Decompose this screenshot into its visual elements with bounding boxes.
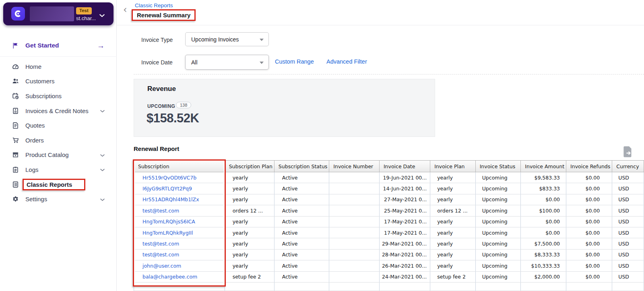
sidebar-item-customers[interactable]: Customers <box>0 74 117 89</box>
breadcrumb[interactable]: Classic Reports <box>135 2 173 8</box>
export-icon[interactable] <box>622 146 633 158</box>
subscription-link[interactable]: HngTomLRQhjsS6ICA <box>142 219 195 225</box>
cell-invoice-refunds: $0.00 <box>566 183 612 194</box>
cell-subscription-plan: orders 12 ... <box>225 205 274 216</box>
sidebar-item-label: Logs <box>25 166 39 173</box>
cell-subscription-plan: yearly <box>225 227 274 238</box>
revenue-count-badge: 138 <box>176 102 191 108</box>
cell-invoice-refunds: $0.00 <box>566 172 612 183</box>
workspace-switcher[interactable]: Test st.char... <box>3 2 114 25</box>
invoice-type-select[interactable]: Upcoming Invoices <box>185 32 269 46</box>
cell-invoice-date: 17-May-2021 0... <box>379 216 430 227</box>
cell-subscription: Hr5519rQvODt6VC7b <box>134 172 225 183</box>
cell-subscription: I6JyG9sRTLQYt2Pq9 <box>134 183 225 194</box>
reports-icon <box>12 181 19 188</box>
column-header-invoice-status[interactable]: Invoice Status <box>475 161 521 172</box>
cell-subscription: test@test.com <box>134 249 225 260</box>
subscription-link[interactable]: bala@chargebee.com <box>142 274 197 280</box>
column-header-invoice-amount[interactable]: Invoice Amount <box>521 161 566 172</box>
cell-invoice-plan: yearly <box>430 238 475 249</box>
cell-invoice-status: Upcoming <box>475 205 521 216</box>
app-root: Test st.char... Get Started → Home Custo… <box>0 0 644 291</box>
sidebar-item-home[interactable]: Home <box>0 59 117 74</box>
cell-invoice-refunds: $0.00 <box>566 249 612 260</box>
cell-subscription-status: Active <box>274 238 329 249</box>
custom-range-link[interactable]: Custom Range <box>275 58 314 65</box>
sidebar-item-label: Quotes <box>25 122 45 129</box>
cell-subscription: HngTomLRQhjsS6ICA <box>134 216 225 227</box>
column-header-invoice-refunds[interactable]: Invoice Refunds <box>566 161 612 172</box>
cell-invoice-amount: $833.33 <box>521 183 566 194</box>
cell-invoice-plan: yearly <box>430 194 475 205</box>
cell-invoice-amount: $0.00 <box>521 227 566 238</box>
column-header-subscription[interactable]: Subscription <box>134 161 225 172</box>
cell-subscription-status: Active <box>274 260 329 271</box>
sidebar-item-quotes[interactable]: Quotes <box>0 118 117 133</box>
sidebar-item-classic-reports[interactable]: Classic Reports <box>0 177 117 192</box>
cell-invoice-date: 26-Mar-2021 00... <box>379 260 430 271</box>
table-row: HngTomLRQhkRygIIlyearlyActive17-May-2021… <box>134 227 644 238</box>
sidebar-item-label: Orders <box>25 137 44 144</box>
back-chevron-icon[interactable]: ‹ <box>123 5 127 14</box>
cell-invoice-plan: yearly <box>430 172 475 183</box>
column-header-currency[interactable]: Currency <box>612 161 644 172</box>
revenue-upcoming-label: UPCOMING <box>147 103 175 109</box>
sidebar-item-settings[interactable]: Settings <box>0 192 117 206</box>
sidebar-item-get-started[interactable]: Get Started → <box>0 39 117 52</box>
cell-invoice-status: Upcoming <box>475 194 521 205</box>
customers-icon <box>12 78 19 85</box>
subscription-link[interactable]: test@test.com <box>142 252 179 258</box>
sidebar-item-subscriptions[interactable]: Subscriptions <box>0 89 117 103</box>
advanced-filter-link[interactable]: Advanced Filter <box>326 58 367 65</box>
cell-subscription-plan: yearly <box>225 216 274 227</box>
column-header-invoice-date[interactable]: Invoice Date <box>379 161 430 172</box>
sidebar-item-orders[interactable]: Orders <box>0 133 117 148</box>
table-row: Hr5519rQvODt6VC7byearlyActive19-Jun-2021… <box>134 172 644 183</box>
caret-down-icon <box>260 39 264 41</box>
cell-subscription-status: Active <box>274 227 329 238</box>
subscription-link[interactable]: HngTomLRQhkRygIIl <box>142 230 193 236</box>
chevron-down-icon <box>100 166 105 173</box>
subscription-link[interactable]: test@test.com <box>142 208 179 214</box>
cell-invoice-number <box>329 260 380 271</box>
cell-currency: USD <box>612 183 644 194</box>
subscription-link[interactable]: john@user.com <box>142 263 181 269</box>
subscription-link[interactable]: I6JyG9sRTLQYt2Pq9 <box>142 186 192 192</box>
header-divider <box>117 25 644 25</box>
cell-currency: USD <box>612 172 644 183</box>
sidebar-item-label: Classic Reports <box>23 179 85 190</box>
cell-invoice-amount: $0.00 <box>521 216 566 227</box>
cell-invoice-amount: $10,333.33 <box>521 260 566 271</box>
column-header-invoice-number[interactable]: Invoice Number <box>329 161 380 172</box>
cell-invoice-number <box>329 183 380 194</box>
sidebar-item-label: Subscriptions <box>25 93 62 99</box>
sidebar-item-invoices-credit-notes[interactable]: Invoices & Credit Notes <box>0 103 117 118</box>
column-header-subscription-plan[interactable]: Subscription Plan <box>225 161 274 172</box>
cell-invoice-date: 28-Mar-2021 00... <box>379 249 430 260</box>
subscription-link[interactable]: Hr551ADRQhl4Mb1lZx <box>142 196 199 202</box>
cell-invoice-number <box>329 205 380 216</box>
cell-invoice-date: 17-May-2021 0... <box>379 227 430 238</box>
invoice-type-label: Invoice Type <box>141 37 173 43</box>
cell-subscription: test@test.com <box>134 238 225 249</box>
cell-invoice-status: Upcoming <box>475 249 521 260</box>
cell-invoice-amount: $2,000.00 <box>521 271 566 282</box>
renewal-report-table-wrap: SubscriptionSubscription PlanSubscriptio… <box>134 160 644 291</box>
invoice-date-select[interactable]: All <box>185 55 269 70</box>
catalog-icon <box>12 151 19 158</box>
sidebar-item-product-catalog[interactable]: Product Catalog <box>0 148 117 163</box>
cell-subscription-status: Active <box>274 205 329 216</box>
arrow-right-icon: → <box>97 42 105 50</box>
subscription-link[interactable]: Hr5519rQvODt6VC7b <box>142 175 196 181</box>
cell-invoice-plan: yearly <box>430 227 475 238</box>
column-header-subscription-status[interactable]: Subscription Status <box>274 161 329 172</box>
table-row: HngTomLRQhjsS6ICAyearlyActive17-May-2021… <box>134 216 644 227</box>
cell-subscription: john@user.com <box>134 260 225 271</box>
column-header-invoice-plan[interactable]: Invoice Plan <box>430 161 475 172</box>
sidebar-item-label: Settings <box>25 196 47 202</box>
sidebar-item-label: Invoices & Credit Notes <box>25 107 89 114</box>
sidebar-item-logs[interactable]: Logs <box>0 162 117 177</box>
chevron-down-icon <box>100 196 105 203</box>
table-row: I6JyG9sRTLQYt2Pq9yearlyActive14-Jun-2021… <box>134 183 644 194</box>
subscription-link[interactable]: test@test.com <box>142 241 179 247</box>
